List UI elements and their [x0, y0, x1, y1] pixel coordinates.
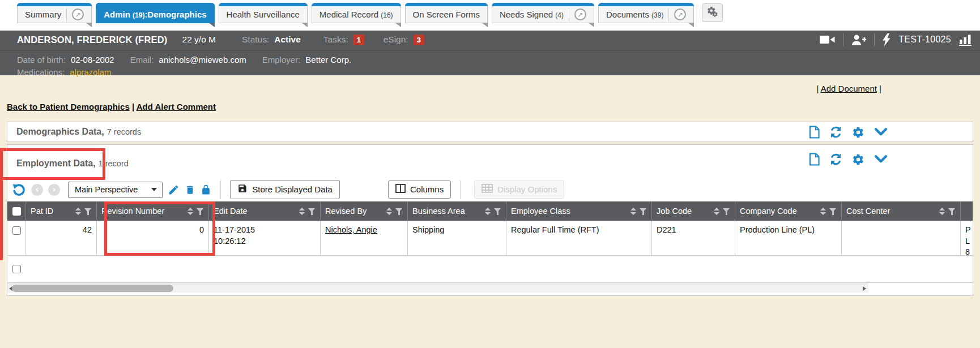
sort-icon[interactable] — [630, 208, 636, 215]
select-all-header — [7, 201, 26, 221]
back-to-demographics-link[interactable]: Back to Patient Demographics — [7, 102, 130, 111]
tab-needs-signed[interactable]: Needs Signed (4) ↗ — [492, 3, 594, 23]
grid-icon — [482, 184, 493, 195]
sort-icon[interactable] — [299, 208, 305, 215]
sort-icon[interactable] — [188, 208, 193, 215]
prev-perspective-icon[interactable]: ‹ — [31, 184, 43, 196]
scrollbar-track[interactable] — [7, 283, 868, 293]
filter-icon[interactable] — [84, 208, 92, 215]
columns-button[interactable]: Columns — [388, 181, 451, 199]
pipe: | — [132, 102, 134, 111]
medications-label: Medications: — [17, 67, 65, 77]
filter-icon[interactable] — [723, 208, 730, 215]
new-document-icon[interactable] — [809, 153, 820, 166]
undo-icon[interactable] — [12, 183, 26, 197]
column-header-company-code[interactable]: Company Code — [735, 201, 842, 221]
column-header-employee-class[interactable]: Employee Class — [506, 201, 652, 221]
status-label: Status: — [242, 35, 269, 45]
revised-by-link[interactable]: Nichols, Angie — [325, 225, 377, 234]
column-header-cost-center[interactable]: Cost Center — [842, 201, 961, 221]
store-displayed-data-button[interactable]: Store Displayed Data — [230, 180, 340, 199]
new-row-checkbox[interactable] — [12, 265, 21, 273]
sort-icon[interactable] — [75, 208, 81, 215]
tab-divider — [668, 8, 669, 22]
new-document-icon[interactable] — [809, 126, 820, 139]
filter-icon[interactable] — [494, 208, 501, 215]
collapse-chevron-icon[interactable] — [874, 128, 888, 136]
tab-summary[interactable]: Summary ↗ — [17, 3, 92, 23]
status-value: Active — [274, 35, 301, 45]
column-header-pat-id[interactable]: Pat ID — [26, 201, 97, 221]
sort-icon[interactable] — [820, 208, 826, 215]
popout-arrow-icon[interactable]: ↗ — [574, 8, 586, 20]
filter-icon[interactable] — [948, 208, 956, 215]
popout-arrow-icon[interactable]: ↗ — [674, 8, 686, 20]
columns-icon — [395, 184, 406, 195]
tab-medical-record[interactable]: Medical Record (16) — [312, 3, 401, 23]
tab-label: On Screen Forms — [413, 10, 480, 19]
lightning-icon[interactable] — [883, 33, 890, 46]
lock-icon[interactable] — [201, 184, 211, 196]
patient-age-sex: 22 y/o M — [182, 35, 216, 45]
cell-cost-center — [842, 221, 961, 255]
filter-icon[interactable] — [395, 208, 403, 215]
filter-icon[interactable] — [640, 208, 647, 215]
employer-value: Better Corp. — [305, 55, 351, 65]
row-checkbox[interactable] — [12, 226, 21, 235]
tasks-badge[interactable]: 1 — [353, 35, 364, 45]
scroll-right-arrow[interactable] — [863, 286, 866, 291]
column-header-edit-date[interactable]: Edit Date — [209, 201, 321, 221]
pipe: | — [816, 84, 819, 93]
video-camera-icon[interactable] — [820, 35, 835, 45]
system-id: TEST-10025 — [898, 35, 951, 45]
column-header-business-area[interactable]: Business Area — [408, 201, 506, 221]
filter-icon[interactable] — [308, 208, 316, 215]
columns-button-label: Columns — [410, 184, 444, 194]
edit-pencil-icon[interactable] — [168, 184, 180, 196]
table-header-row: Pat ID Revision Number Edit Date Revised… — [7, 201, 973, 221]
filter-icon[interactable] — [829, 208, 837, 215]
tab-divider — [569, 8, 569, 22]
tab-on-screen-forms[interactable]: On Screen Forms — [405, 3, 488, 23]
next-perspective-icon[interactable]: › — [48, 184, 60, 196]
select-all-checkbox[interactable] — [12, 207, 21, 216]
tab-admin-demographics[interactable]: Admin (19):Demographics — [96, 3, 214, 23]
toolbar-separator — [460, 180, 461, 199]
refresh-icon[interactable] — [829, 153, 842, 166]
new-row — [7, 256, 973, 283]
cell-business-area: Shipping — [408, 221, 506, 255]
tab-label: Needs Signed (4) — [500, 10, 564, 19]
popout-arrow-icon[interactable]: ↗ — [72, 8, 84, 20]
cell-clipped: PL8 — [961, 221, 973, 255]
tab-health-surveillance[interactable]: Health Surveillance — [219, 3, 308, 23]
medications-value[interactable]: alprazolam — [70, 67, 111, 77]
patient-name: ANDERSON, FREDERICK (FRED) — [17, 35, 168, 45]
table-row: 42 0 11-17-201510:26:12 Nichols, Angie S… — [7, 221, 973, 256]
sort-icon[interactable] — [485, 208, 491, 215]
scrollbar-thumb[interactable] — [12, 285, 173, 292]
tasks-label: Tasks: — [323, 35, 348, 45]
add-document-link[interactable]: Add Document — [821, 84, 877, 93]
employment-data-panel: Employment Data,1 record ‹ › Main Perspe… — [7, 144, 973, 296]
add-document-line: | Add Document | — [816, 84, 881, 93]
esign-badge[interactable]: 3 — [414, 35, 424, 45]
gear-icon[interactable] — [852, 153, 864, 166]
tab-settings-button[interactable] — [702, 3, 723, 22]
collapse-chevron-icon[interactable] — [874, 155, 888, 164]
sort-icon[interactable] — [386, 208, 392, 215]
sort-icon[interactable] — [939, 208, 945, 215]
column-header-job-code[interactable]: Job Code — [652, 201, 735, 221]
flowsheet-chart-icon[interactable] — [959, 34, 972, 46]
trash-icon[interactable] — [185, 184, 195, 196]
add-alert-comment-link[interactable]: Add Alert Comment — [137, 102, 216, 111]
refresh-icon[interactable] — [829, 126, 842, 139]
filter-icon[interactable] — [197, 208, 204, 215]
perspective-select[interactable]: Main Perspective — [68, 182, 163, 198]
sort-icon[interactable] — [714, 208, 719, 215]
gear-icon[interactable] — [852, 126, 864, 139]
add-person-icon[interactable] — [851, 35, 866, 45]
horizontal-scrollbar-row — [7, 283, 973, 293]
column-header-revision-number[interactable]: Revision Number — [97, 201, 209, 221]
column-header-revised-by[interactable]: Revised By — [321, 201, 408, 221]
tab-documents[interactable]: Documents (39) ↗ — [598, 3, 694, 23]
